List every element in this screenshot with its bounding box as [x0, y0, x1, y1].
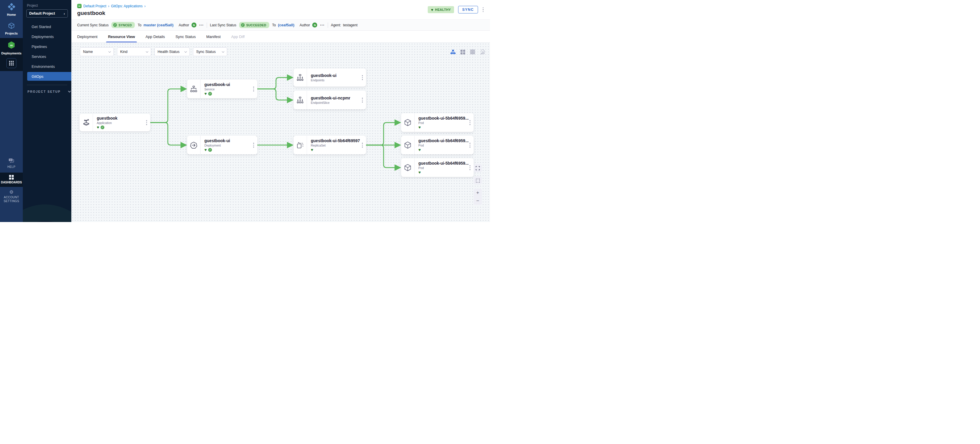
node-menu-kebab[interactable] — [469, 165, 471, 171]
sidebar-item-get-started[interactable]: Get Started — [23, 22, 72, 31]
commit-more-button[interactable]: ••• — [199, 24, 204, 27]
node-menu-kebab[interactable] — [361, 97, 364, 103]
selection-mode-button[interactable] — [474, 177, 482, 185]
node-menu-kebab[interactable] — [469, 119, 471, 126]
healthy-heart-icon: ♥ — [97, 125, 99, 129]
resource-name: guestbook-ui-5b64f6959... — [418, 116, 469, 121]
project-setup-toggle[interactable]: PROJECT SETUP — [27, 90, 72, 93]
account-settings-button[interactable]: ⚙ ACCOUNTSETTINGS — [0, 189, 23, 204]
last-commit-link[interactable]: (ceaf5a0) — [278, 23, 294, 27]
commit-more-button[interactable]: ••• — [320, 24, 325, 27]
harness-watermark — [23, 169, 72, 222]
grid-icon — [9, 61, 14, 65]
healthy-heart-icon: ♥ — [204, 92, 207, 95]
current-commit-link[interactable]: master (ceaf5a0) — [143, 23, 173, 27]
tab-resource-view[interactable]: Resource View — [108, 31, 135, 42]
healthy-heart-icon: ♥ — [418, 125, 421, 129]
tab-deployment[interactable]: Deployment — [77, 31, 97, 42]
tree-view-icon[interactable] — [450, 50, 455, 54]
module-home[interactable]: Home — [0, 0, 23, 19]
list-view-icon[interactable] — [470, 50, 475, 54]
sidebar-item-deployments[interactable]: Deployments — [23, 32, 72, 41]
zoom-out-button[interactable]: − — [474, 197, 482, 205]
sidebar-item-services[interactable]: Services — [23, 52, 72, 61]
author-label: Author — [300, 23, 310, 27]
resource-node-pod-2[interactable]: guestbook-ui-5b64f6959...Pod♥ — [401, 136, 474, 154]
resource-kind: EndpointSlice — [311, 101, 350, 104]
breadcrumb-link-project[interactable]: Default Project — [83, 4, 107, 8]
filter-kind-select[interactable]: Kind — [117, 48, 151, 56]
node-menu-kebab[interactable] — [469, 142, 471, 148]
breadcrumb-separator: › — [145, 4, 146, 8]
synced-check-icon: ✓ — [100, 126, 104, 129]
help-icon: ? — [8, 158, 14, 164]
app-menu-kebab[interactable] — [482, 7, 484, 13]
filter-health-status-select[interactable]: Health Status — [154, 48, 190, 56]
sync-button[interactable]: SYNC — [458, 6, 478, 13]
network-view-icon[interactable] — [480, 49, 485, 54]
healthy-heart-icon: ♥ — [418, 148, 421, 152]
canvas-controls: + − — [474, 164, 482, 205]
sidebar-item-gitops[interactable]: GitOps — [27, 72, 72, 81]
resource-node-replicaset[interactable]: guestbook-ui-5b64f69597ReplicaSet♥ — [294, 136, 366, 154]
resource-node-pod-3[interactable]: guestbook-ui-5b64f6959...Pod♥ — [401, 158, 474, 177]
zoom-in-button[interactable]: + — [474, 189, 482, 197]
chevron-down-icon — [222, 50, 224, 53]
grid-view-icon[interactable] — [460, 50, 465, 54]
divider — [207, 22, 207, 28]
edge-application-to-deployment — [150, 123, 186, 145]
header-actions: ♥ HEALTHY SYNC — [428, 6, 484, 13]
breadcrumb-link-applications[interactable]: GitOps: Applications — [111, 4, 143, 8]
dashboards-label: DASHBOARDS — [1, 181, 22, 185]
resource-node-service[interactable]: guestbook-uiService♥✓ — [187, 80, 257, 98]
projects-icon — [8, 22, 15, 30]
help-button[interactable]: ? HELP — [0, 157, 23, 171]
module-projects[interactable]: Projects — [0, 19, 23, 38]
module-deployments[interactable]: ∞ Deployments — [0, 38, 23, 58]
resource-name: guestbook-ui — [204, 138, 230, 143]
tab-app-details[interactable]: App Details — [146, 31, 165, 42]
gear-icon: ⚙ — [10, 190, 13, 194]
filter-name-select[interactable]: Name — [80, 48, 114, 56]
page-title: guestbook — [77, 10, 484, 16]
resource-node-endpointslice[interactable]: guestbook-ui-ncpmrEndpointSlice — [294, 91, 366, 110]
resource-kind: Endpoints — [311, 78, 337, 82]
node-menu-kebab[interactable] — [253, 142, 255, 148]
sidebar-item-pipelines[interactable]: Pipelines — [23, 42, 72, 51]
page-header: ∞ Default Project › GitOps: Applications… — [72, 0, 490, 19]
resource-graph-edges — [72, 43, 490, 222]
view-mode-toggle — [450, 49, 485, 54]
deployment-icon — [187, 136, 200, 154]
deployments-icon: ∞ — [7, 41, 16, 50]
node-menu-kebab[interactable] — [146, 119, 148, 126]
resource-node-application[interactable]: guestbookApplication♥✓ — [80, 114, 150, 131]
pod-icon — [401, 158, 415, 177]
last-sync-status-label: Last Sync Status — [210, 23, 236, 27]
resource-kind: Service — [204, 88, 230, 91]
tab-sync-status[interactable]: Sync Status — [175, 31, 196, 42]
project-selector[interactable]: Default Project › — [26, 10, 68, 18]
node-menu-kebab[interactable] — [361, 75, 364, 81]
resource-node-deployment[interactable]: guestbook-uiDeployment♥✓ — [187, 136, 257, 154]
gitops-app-icon: ∞ — [77, 4, 81, 8]
resource-name: guestbook-ui — [311, 73, 337, 78]
resource-kind: Pod — [418, 121, 469, 124]
node-menu-kebab[interactable] — [361, 142, 364, 148]
sidebar-item-environments[interactable]: Environments — [23, 62, 72, 71]
health-status-badge: ♥ HEALTHY — [428, 6, 454, 13]
filter-sync-status-select[interactable]: Sync Status — [193, 48, 227, 56]
edge-replicaset-to-pod-1 — [366, 123, 400, 145]
author-label: Author — [179, 23, 189, 27]
resource-kind: ReplicaSet — [311, 143, 360, 147]
node-menu-kebab[interactable] — [253, 86, 255, 92]
module-switcher-button[interactable] — [6, 58, 16, 68]
author-avatar: N — [191, 22, 196, 27]
divider — [27, 85, 67, 85]
marquee-icon — [476, 179, 480, 183]
tab-manifest[interactable]: Manifest — [207, 31, 221, 42]
dashboards-button[interactable]: DASHBOARDS — [0, 174, 23, 185]
resource-name: guestbook-ui-ncpmr — [311, 95, 350, 100]
resource-node-endpoints[interactable]: guestbook-uiEndpoints — [294, 68, 366, 87]
resource-node-pod-1[interactable]: guestbook-ui-5b64f6959...Pod♥ — [401, 113, 474, 132]
fullscreen-button[interactable] — [474, 164, 482, 172]
